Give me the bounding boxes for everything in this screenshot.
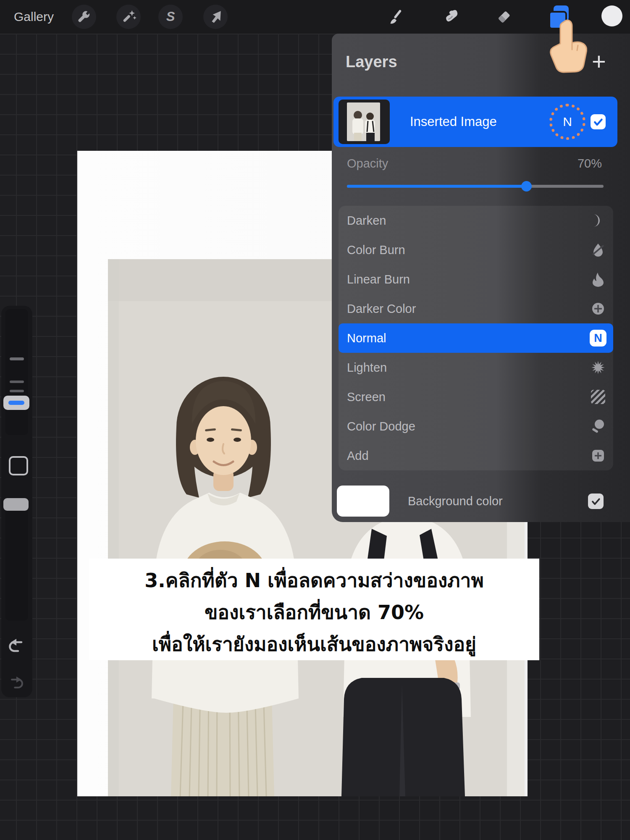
tutorial-caption: 3.คลิกที่ตัว N เพื่อลดความสว่างของภาพ ขอ…: [89, 559, 539, 660]
blend-mode-darker-color[interactable]: Darker Color: [339, 294, 613, 323]
blend-mode-color-burn[interactable]: Color Burn: [339, 235, 613, 265]
brush-icon: [388, 8, 405, 25]
layer-thumbnail-image: [347, 102, 380, 141]
adjustments-button[interactable]: [116, 5, 141, 29]
actions-button[interactable]: [72, 5, 96, 29]
smudge-tool[interactable]: [441, 7, 460, 26]
blend-mode-screen[interactable]: Screen: [339, 382, 613, 412]
caption-line: ของเราเลือกที่ขนาด 70%: [89, 596, 539, 628]
opacity-slider-panel[interactable]: [347, 181, 604, 191]
background-color-swatch[interactable]: [337, 486, 389, 517]
blend-mode-color-dodge[interactable]: Color Dodge: [339, 412, 613, 441]
eraser-tool[interactable]: [494, 7, 514, 26]
transform-button[interactable]: [203, 5, 228, 29]
starburst-icon: [590, 360, 606, 375]
eraser-icon: [496, 8, 512, 25]
slider-mark: [10, 390, 24, 392]
opacity-slider-thumb[interactable]: [521, 181, 532, 192]
layer-visibility-checkbox[interactable]: [591, 114, 606, 129]
layer-thumbnail: [339, 100, 390, 144]
slider-handle-accent: [8, 401, 24, 405]
pointing-finger-icon: [545, 18, 587, 74]
sidebar-tools: [1, 306, 32, 697]
opacity-slider-handle[interactable]: [3, 498, 29, 511]
selection-button[interactable]: S: [158, 5, 183, 29]
panel-title: Layers: [346, 53, 397, 71]
smudge-icon: [442, 8, 459, 25]
background-visibility-checkbox[interactable]: [588, 494, 604, 509]
layer-row-selected[interactable]: Inserted Image N: [333, 97, 617, 147]
opacity-value: 70%: [578, 157, 602, 171]
background-color-label: Background color: [408, 486, 503, 517]
blend-mode-darken[interactable]: Darken: [339, 206, 613, 235]
redo-icon[interactable]: [7, 675, 25, 691]
modify-button[interactable]: [9, 456, 28, 475]
caption-line: 3.คลิกที่ตัว N เพื่อลดความสว่างของภาพ: [89, 564, 539, 596]
gallery-button[interactable]: Gallery: [14, 0, 54, 34]
moon-icon: [591, 213, 606, 228]
selection-icon: S: [166, 9, 175, 24]
blend-mode-add[interactable]: Add: [339, 441, 613, 470]
add-layer-button[interactable]: +: [587, 50, 611, 74]
background-color-row[interactable]: Background color: [332, 486, 619, 517]
n-badge-icon: N: [590, 330, 606, 346]
blend-mode-normal[interactable]: Normal N: [339, 323, 613, 353]
blend-mode-list: Darken Color Burn Linear Burn Darker: [339, 206, 613, 470]
hatch-icon: [591, 390, 605, 404]
circle-plus-icon: [591, 301, 606, 316]
procreate-screen: 3.คลิกที่ตัว N เพื่อลดความสว่างของภาพ ขอ…: [0, 0, 630, 840]
magic-wand-icon: [120, 8, 137, 25]
color-swatch-button[interactable]: [601, 5, 622, 26]
caption-line: เพื่อให้เรายังมองเห็นเส้นของภาพจริงอยู่: [89, 628, 539, 660]
blend-mode-lighten[interactable]: Lighten: [339, 353, 613, 382]
slider-mark: [10, 357, 24, 360]
transform-arrow-icon: [207, 8, 224, 25]
blend-mode-linear-burn[interactable]: Linear Burn: [339, 265, 613, 294]
wrench-icon: [76, 8, 92, 25]
square-plus-icon: [591, 448, 606, 463]
undo-icon[interactable]: [7, 638, 26, 655]
blend-mode-badge[interactable]: N: [549, 104, 585, 140]
size-slider-handle[interactable]: [3, 396, 29, 410]
check-icon: [592, 116, 604, 128]
opacity-slider-fill: [347, 185, 527, 188]
layer-name: Inserted Image: [410, 97, 497, 147]
brush-tool[interactable]: [387, 7, 407, 26]
dodge-icon: [591, 419, 606, 434]
droplet-slash-icon: [591, 242, 606, 257]
opacity-slider[interactable]: [5, 511, 28, 621]
flame-icon: [591, 272, 606, 287]
opacity-label: Opacity: [347, 157, 388, 171]
slider-mark: [10, 381, 24, 383]
layers-panel: Layers + Inse: [332, 34, 630, 522]
brush-size-slider[interactable]: [5, 309, 28, 435]
check-icon: [590, 496, 601, 507]
top-toolbar: Gallery S: [0, 0, 630, 34]
